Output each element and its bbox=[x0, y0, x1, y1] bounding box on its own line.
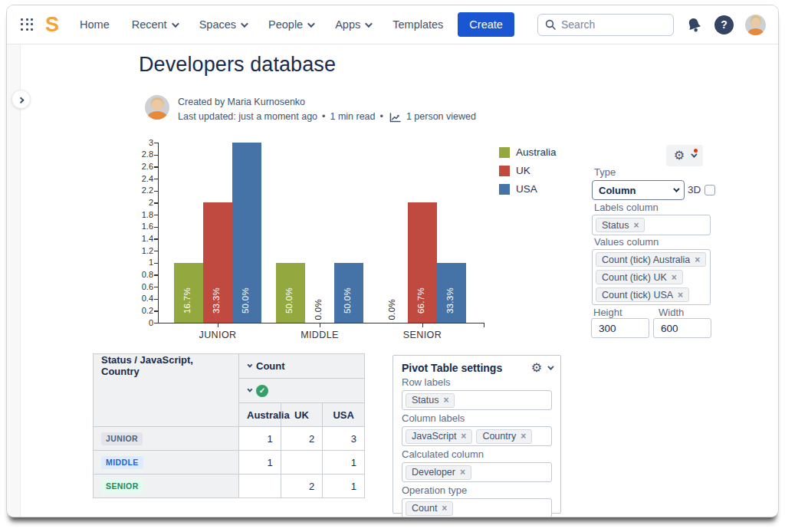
labels-column-box[interactable]: Status× bbox=[592, 215, 711, 235]
notifications-bell-icon[interactable] bbox=[683, 14, 705, 36]
column-labels-box[interactable]: JavaScript×Country× bbox=[402, 426, 552, 446]
pivot-column-header-usa: USA bbox=[323, 403, 365, 427]
pivot-value-cell: 1 bbox=[323, 475, 365, 498]
sidebar-expand-button[interactable] bbox=[11, 90, 31, 109]
last-updated-text[interactable]: Last updated: just a moment ago bbox=[178, 110, 317, 124]
width-input[interactable]: 600 bbox=[653, 318, 711, 338]
remove-tag-icon[interactable]: × bbox=[678, 291, 683, 300]
legend-label: UK bbox=[516, 165, 530, 176]
nav-item-recent[interactable]: Recent bbox=[126, 14, 182, 35]
y-tick bbox=[154, 166, 158, 167]
tag-chip: Count (tick) Australia× bbox=[596, 252, 706, 267]
search-input[interactable]: Search bbox=[537, 14, 674, 36]
y-tick bbox=[154, 215, 158, 215]
nav-items: HomeRecentSpacesPeopleAppsTemplates bbox=[74, 14, 448, 35]
nav-item-templates[interactable]: Templates bbox=[387, 14, 448, 35]
y-tick bbox=[154, 251, 158, 251]
user-avatar[interactable] bbox=[745, 15, 766, 35]
calculated-column-box[interactable]: Developer× bbox=[402, 462, 552, 482]
width-label: Width bbox=[659, 307, 684, 318]
pivot-value-cell: 2 bbox=[281, 427, 323, 451]
remove-tag-icon[interactable]: × bbox=[460, 468, 465, 477]
people-viewed-text[interactable]: 1 person viewed bbox=[406, 110, 476, 124]
chart-settings-panel: ⚙ Type Column 3D Labels column Status× V… bbox=[580, 145, 719, 346]
pivot-row-label-senior[interactable]: SENIOR bbox=[94, 475, 239, 498]
x-tick bbox=[422, 323, 423, 327]
tag-chip: Developer× bbox=[406, 465, 471, 480]
pivot-row-label-junior[interactable]: JUNIOR bbox=[94, 427, 239, 451]
row-labels-label: Row labels bbox=[402, 376, 552, 388]
app-switcher-icon[interactable] bbox=[21, 18, 34, 31]
nav-item-people[interactable]: People bbox=[263, 14, 318, 35]
remove-tag-icon[interactable]: × bbox=[521, 432, 526, 441]
values-column-box[interactable]: Count (tick) Australia×Count (tick) UK×C… bbox=[592, 249, 711, 305]
height-input[interactable]: 300 bbox=[591, 318, 649, 338]
page-byline: Created by Maria Kurnosenko Last updated… bbox=[145, 95, 476, 125]
labels-column-label: Labels column bbox=[594, 202, 659, 213]
table-row: JUNIOR123 bbox=[94, 427, 365, 451]
bar-percent-label: 0.0% bbox=[387, 299, 396, 320]
table-row: SENIOR21 bbox=[94, 475, 365, 498]
column-labels-label: Column labels bbox=[402, 412, 552, 424]
y-tick bbox=[154, 155, 158, 156]
tag-chip: Status× bbox=[596, 218, 645, 232]
row-labels-box[interactable]: Status× bbox=[402, 390, 552, 410]
y-tick bbox=[154, 310, 158, 311]
sidebar-rail bbox=[7, 44, 21, 517]
legend-item-uk: UK bbox=[499, 165, 557, 176]
tag-chip: Count (tick) USA× bbox=[596, 287, 689, 302]
nav-item-home[interactable]: Home bbox=[74, 14, 115, 35]
remove-tag-icon[interactable]: × bbox=[633, 221, 639, 230]
tag-chip: Count× bbox=[406, 501, 453, 516]
legend-label: Australia bbox=[516, 146, 557, 158]
status-badge: JUNIOR bbox=[101, 432, 143, 445]
pivot-value-cell: 3 bbox=[323, 427, 365, 451]
nav-item-apps[interactable]: Apps bbox=[330, 14, 376, 35]
separator-dot: • bbox=[380, 110, 383, 124]
y-tick-label: 0.6 bbox=[122, 282, 153, 291]
nav-item-label: Templates bbox=[392, 18, 443, 31]
space-logo[interactable]: S bbox=[45, 15, 59, 35]
pivot-settings-gear-button[interactable]: ⚙ bbox=[531, 362, 552, 374]
tag-chip-label: Count bbox=[412, 503, 437, 514]
bar-percent-label: 0.0% bbox=[314, 299, 323, 320]
bar-percent-label: 50.0% bbox=[343, 287, 352, 314]
tag-chip-label: Status bbox=[602, 220, 629, 231]
bar-percent-label: 50.0% bbox=[284, 287, 294, 314]
pivot-value-cell: 1 bbox=[239, 451, 281, 475]
chart-legend: AustraliaUKUSA bbox=[499, 146, 557, 195]
chevron-down-icon bbox=[247, 363, 252, 368]
author-avatar[interactable] bbox=[145, 95, 169, 120]
chart-type-select[interactable]: Column bbox=[592, 180, 685, 200]
y-axis-line bbox=[158, 143, 159, 323]
tag-chip: JavaScript× bbox=[406, 429, 472, 444]
x-tick bbox=[320, 323, 320, 327]
operation-type-label: Operation type bbox=[402, 484, 552, 496]
x-category-label: SENIOR bbox=[403, 330, 442, 340]
legend-swatch bbox=[499, 184, 510, 195]
remove-tag-icon[interactable]: × bbox=[461, 432, 466, 441]
remove-tag-icon[interactable]: × bbox=[443, 396, 448, 405]
y-tick bbox=[154, 323, 158, 323]
nav-item-spaces[interactable]: Spaces bbox=[194, 14, 251, 35]
create-button[interactable]: Create bbox=[458, 12, 514, 37]
y-tick-label: 1.6 bbox=[122, 222, 153, 231]
remove-tag-icon[interactable]: × bbox=[672, 273, 677, 282]
chart-settings-gear-button[interactable]: ⚙ bbox=[666, 145, 703, 166]
pivot-count-header[interactable]: Count bbox=[239, 354, 365, 379]
y-tick bbox=[154, 143, 158, 143]
legend-item-usa: USA bbox=[499, 183, 557, 195]
nav-right: Search ? bbox=[537, 14, 766, 36]
help-icon[interactable]: ? bbox=[714, 15, 734, 34]
y-tick bbox=[154, 191, 158, 192]
y-tick-label: 0.4 bbox=[122, 294, 153, 303]
nav-item-label: Apps bbox=[335, 18, 360, 31]
remove-tag-icon[interactable]: × bbox=[695, 255, 700, 264]
pivot-check-header[interactable]: ✓ bbox=[239, 379, 365, 403]
remove-tag-icon[interactable]: × bbox=[442, 504, 447, 513]
threed-checkbox[interactable] bbox=[705, 185, 715, 195]
height-label: Height bbox=[593, 307, 622, 318]
y-tick-label: 2.2 bbox=[122, 186, 153, 195]
operation-type-box[interactable]: Count× bbox=[402, 498, 552, 517]
pivot-row-label-middle[interactable]: MIDDLE bbox=[94, 451, 239, 475]
